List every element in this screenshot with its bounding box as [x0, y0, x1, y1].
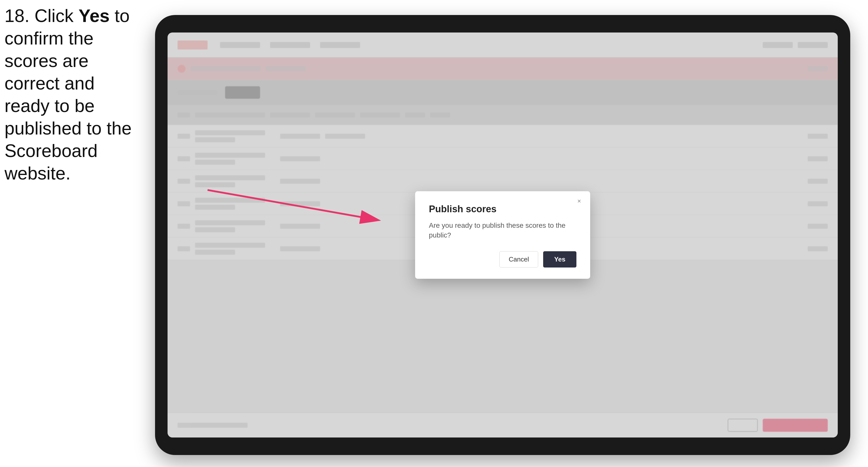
tablet-screen: × Publish scores Are you ready to publis…	[167, 32, 838, 437]
yes-button[interactable]: Yes	[543, 251, 577, 268]
publish-scores-modal: × Publish scores Are you ready to publis…	[415, 191, 590, 279]
tablet-device: × Publish scores Are you ready to publis…	[155, 15, 850, 455]
instruction-prefix: Click	[30, 6, 79, 26]
modal-close-button[interactable]: ×	[574, 196, 584, 206]
instruction-body: to confirm the scores are correct and re…	[4, 6, 131, 183]
modal-title: Publish scores	[429, 204, 577, 215]
instruction-bold: Yes	[79, 6, 110, 26]
modal-actions: Cancel Yes	[429, 251, 577, 268]
instruction-text: 18. Click Yes to confirm the scores are …	[4, 4, 145, 185]
cancel-button[interactable]: Cancel	[499, 251, 538, 268]
step-number: 18.	[4, 6, 30, 26]
modal-overlay: × Publish scores Are you ready to publis…	[167, 32, 838, 437]
modal-body: Are you ready to publish these scores to…	[429, 220, 577, 240]
